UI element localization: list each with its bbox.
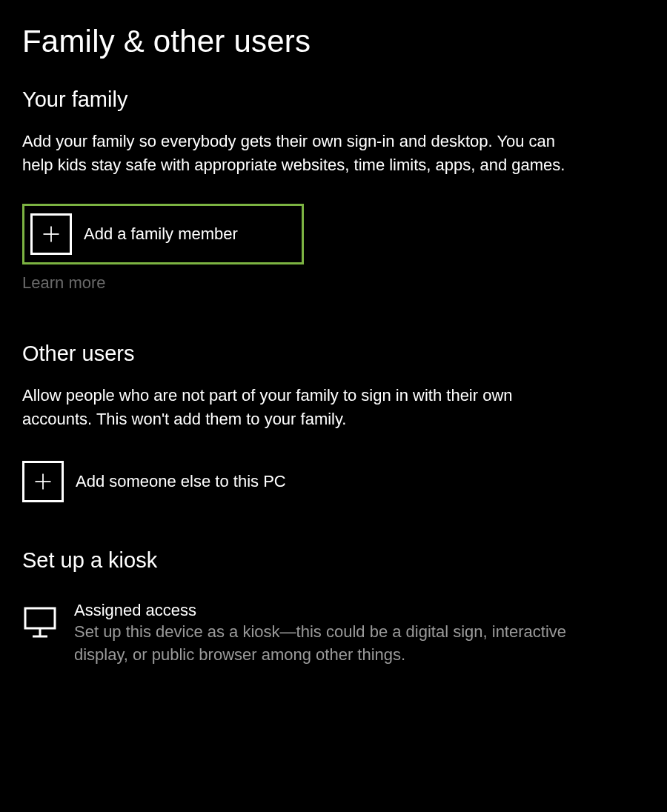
add-family-member-label: Add a family member bbox=[84, 224, 238, 244]
add-family-highlight: Add a family member bbox=[22, 204, 304, 264]
learn-more-link[interactable]: Learn more bbox=[22, 273, 645, 293]
plus-icon bbox=[22, 461, 64, 502]
plus-icon bbox=[30, 213, 72, 255]
monitor-icon bbox=[22, 604, 58, 642]
page-title: Family & other users bbox=[22, 24, 645, 59]
assigned-access-button[interactable]: Assigned access Set up this device as a … bbox=[22, 601, 645, 668]
add-other-user-button[interactable]: Add someone else to this PC bbox=[22, 461, 645, 502]
other-users-heading: Other users bbox=[22, 342, 645, 366]
your-family-heading: Your family bbox=[22, 87, 645, 112]
other-users-description: Allow people who are not part of your fa… bbox=[22, 384, 585, 431]
kiosk-heading: Set up a kiosk bbox=[22, 548, 645, 573]
add-family-member-button[interactable]: Add a family member bbox=[30, 213, 294, 255]
assigned-access-description: Set up this device as a kiosk—this could… bbox=[74, 620, 578, 668]
svg-rect-4 bbox=[25, 608, 55, 628]
your-family-description: Add your family so everybody gets their … bbox=[22, 130, 585, 177]
assigned-access-title: Assigned access bbox=[74, 601, 578, 620]
add-other-user-label: Add someone else to this PC bbox=[76, 472, 286, 491]
